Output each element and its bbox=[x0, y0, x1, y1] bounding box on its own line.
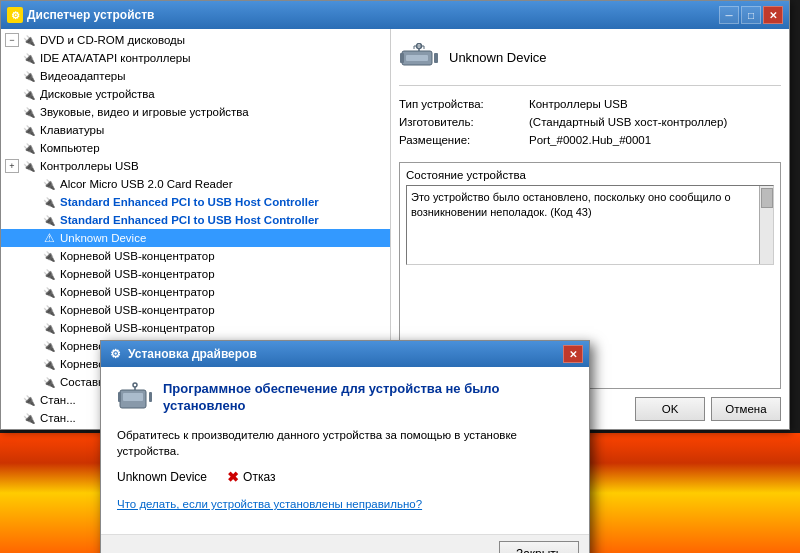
property-row: Размещение:Port_#0002.Hub_#0001 bbox=[399, 134, 781, 146]
tree-expander-empty bbox=[25, 267, 39, 281]
tree-item-label: Клавиатуры bbox=[40, 124, 104, 136]
prop-label: Размещение: bbox=[399, 134, 529, 146]
tree-item-label: Standard Enhanced PCI to USB Host Contro… bbox=[60, 196, 319, 208]
tree-item-icon: 🔌 bbox=[21, 140, 37, 156]
tree-item[interactable]: 🔌Корневой USB-концентратор bbox=[1, 301, 390, 319]
tree-item[interactable]: 🔌IDE ATA/ATAPI контроллеры bbox=[1, 49, 390, 67]
device-properties: Тип устройства:Контроллеры USBИзготовите… bbox=[399, 98, 781, 152]
minimize-button[interactable]: ─ bbox=[719, 6, 739, 24]
tree-item-icon: 🔌 bbox=[21, 50, 37, 66]
main-window-controls: ─ □ ✕ bbox=[719, 6, 783, 24]
main-window-icon: ⚙ bbox=[7, 7, 23, 23]
dialog-title: Установка драйверов bbox=[128, 347, 257, 361]
tree-expander-empty bbox=[25, 195, 39, 209]
tree-item-icon: 🔌 bbox=[41, 212, 57, 228]
svg-rect-2 bbox=[400, 53, 404, 63]
tree-expander-empty bbox=[25, 249, 39, 263]
tree-item-label: Звуковые, видео и игровые устройства bbox=[40, 106, 249, 118]
prop-label: Изготовитель: bbox=[399, 116, 529, 128]
tree-item[interactable]: 🔌Alcor Micro USB 2.0 Card Reader bbox=[1, 175, 390, 193]
tree-item-label: Стан... bbox=[40, 412, 76, 424]
cancel-button[interactable]: Отмена bbox=[711, 397, 781, 421]
svg-rect-12 bbox=[149, 392, 152, 402]
scrollbar-thumb bbox=[761, 188, 773, 208]
tree-item[interactable]: 🔌Корневой USB-концентратор bbox=[1, 265, 390, 283]
dialog-close-x-button[interactable]: ✕ bbox=[563, 345, 583, 363]
dialog-status-badge: ✖ Отказ bbox=[227, 469, 275, 485]
tree-item[interactable]: 🔌Корневой USB-концентратор bbox=[1, 319, 390, 337]
dialog-header-row: Программное обеспечение для устройства н… bbox=[117, 381, 573, 417]
tree-expander-empty bbox=[25, 177, 39, 191]
tree-item[interactable]: 🔌Видеоадаптеры bbox=[1, 67, 390, 85]
tree-item-icon: 🔌 bbox=[21, 32, 37, 48]
dialog-close-button[interactable]: Закрыть bbox=[499, 541, 579, 553]
tree-item[interactable]: 🔌Клавиатуры bbox=[1, 121, 390, 139]
dialog-controls: ✕ bbox=[563, 345, 583, 363]
tree-item[interactable]: 🔌Компьютер bbox=[1, 139, 390, 157]
prop-value: Контроллеры USB bbox=[529, 98, 628, 110]
tree-expander-empty bbox=[25, 375, 39, 389]
tree-item-label: IDE ATA/ATAPI контроллеры bbox=[40, 52, 191, 64]
tree-expander-empty bbox=[5, 393, 19, 407]
tree-expander-empty bbox=[5, 51, 19, 65]
tree-expander[interactable]: + bbox=[5, 159, 19, 173]
tree-expander-empty bbox=[25, 339, 39, 353]
tree-item[interactable]: 🔌Корневой USB-концентратор bbox=[1, 247, 390, 265]
tree-expander-empty bbox=[25, 303, 39, 317]
dialog-device-name: Unknown Device bbox=[117, 470, 207, 484]
tree-item[interactable]: 🔌Дисковые устройства bbox=[1, 85, 390, 103]
tree-expander-empty bbox=[5, 69, 19, 83]
tree-expander-empty bbox=[5, 87, 19, 101]
tree-item[interactable]: 🔌Корневой USB-концентратор bbox=[1, 283, 390, 301]
tree-item-label: DVD и CD-ROM дисководы bbox=[40, 34, 185, 46]
tree-expander-empty bbox=[25, 321, 39, 335]
svg-rect-3 bbox=[434, 53, 438, 63]
tree-item-icon: 🔌 bbox=[41, 194, 57, 210]
tree-item-icon: 🔌 bbox=[21, 428, 37, 429]
tree-item-icon: 🔌 bbox=[21, 122, 37, 138]
tree-item[interactable]: −🔌DVD и CD-ROM дисководы bbox=[1, 31, 390, 49]
tree-item-label: Корневой USB-концентратор bbox=[60, 250, 215, 262]
svg-rect-1 bbox=[406, 55, 428, 61]
tree-item-icon: 🔌 bbox=[21, 158, 37, 174]
tree-item-label: Стан... bbox=[40, 394, 76, 406]
maximize-button[interactable]: □ bbox=[741, 6, 761, 24]
tree-item[interactable]: +🔌Контроллеры USB bbox=[1, 157, 390, 175]
tree-item[interactable]: ⚠Unknown Device bbox=[1, 229, 390, 247]
tree-item-label: Видеоадаптеры bbox=[40, 70, 126, 82]
close-button[interactable]: ✕ bbox=[763, 6, 783, 24]
driver-install-dialog: ⚙ Установка драйверов ✕ Прогр bbox=[100, 340, 590, 553]
tree-item-label: Alcor Micro USB 2.0 Card Reader bbox=[60, 178, 233, 190]
tree-item-label: Корневой USB-концентратор bbox=[60, 322, 215, 334]
tree-expander-empty bbox=[25, 357, 39, 371]
status-label: Отказ bbox=[243, 470, 275, 484]
tree-expander-empty bbox=[5, 123, 19, 137]
svg-point-13 bbox=[133, 383, 137, 387]
dialog-body: Программное обеспечение для устройства н… bbox=[101, 367, 589, 534]
main-window-title: Диспетчер устройств bbox=[27, 8, 719, 22]
tree-item-icon: 🔌 bbox=[41, 374, 57, 390]
ok-button[interactable]: OK bbox=[635, 397, 705, 421]
tree-item[interactable]: 🔌Звуковые, видео и игровые устройства bbox=[1, 103, 390, 121]
tree-item[interactable]: 🔌Standard Enhanced PCI to USB Host Contr… bbox=[1, 193, 390, 211]
tree-expander-empty bbox=[5, 141, 19, 155]
tree-expander[interactable]: − bbox=[5, 33, 19, 47]
property-row: Изготовитель:(Стандартный USB хост-контр… bbox=[399, 116, 781, 128]
help-link[interactable]: Что делать, если устройства установлены … bbox=[117, 498, 422, 510]
prop-value: (Стандартный USB хост-контроллер) bbox=[529, 116, 727, 128]
status-scrollbar[interactable] bbox=[759, 186, 773, 264]
tree-expander-empty bbox=[25, 231, 39, 245]
tree-expander-empty bbox=[25, 213, 39, 227]
tree-item-icon: 🔌 bbox=[41, 248, 57, 264]
tree-item-icon: 🔌 bbox=[41, 284, 57, 300]
dialog-sub-text: Обратитесь к производителю данного устро… bbox=[117, 427, 573, 459]
tree-item-label: Unknown Device bbox=[60, 232, 146, 244]
tree-item-icon: 🔌 bbox=[21, 392, 37, 408]
tree-expander-empty bbox=[5, 105, 19, 119]
tree-item-icon: 🔌 bbox=[21, 68, 37, 84]
tree-item-icon: 🔌 bbox=[21, 410, 37, 426]
tree-item-icon: ⚠ bbox=[41, 230, 57, 246]
tree-item[interactable]: 🔌Standard Enhanced PCI to USB Host Contr… bbox=[1, 211, 390, 229]
tree-item-label: Контроллеры USB bbox=[40, 160, 139, 172]
prop-value: Port_#0002.Hub_#0001 bbox=[529, 134, 651, 146]
